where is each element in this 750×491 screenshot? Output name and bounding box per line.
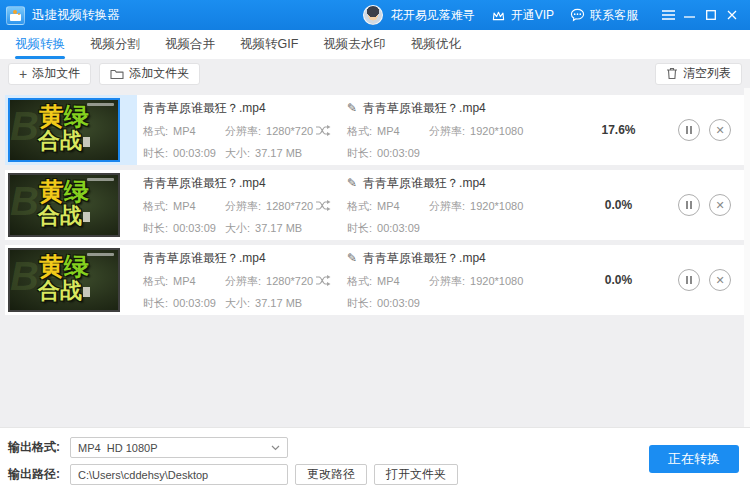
support-label: 联系客服: [590, 7, 638, 24]
app-window: 迅捷视频转换器 花开易见落难寻 开通VIP 联系客服: [0, 0, 750, 491]
output-info: ✎青青草原谁最狂？.mp4 格式:MP4 分辨率:1920*1080 时长:00…: [347, 250, 559, 311]
clear-list-button[interactable]: 清空列表: [655, 63, 742, 85]
output-path-label: 输出路径:: [8, 466, 70, 483]
thumb-corner-mark: [87, 253, 114, 256]
output-format-label: 输出格式:: [8, 439, 70, 456]
output-format-select[interactable]: MP4 HD 1080P: [70, 437, 288, 458]
source-size: 37.17 MB: [255, 222, 302, 234]
video-thumbnail[interactable]: BE 黄绿 合战: [8, 98, 120, 162]
thumb-title-bottom: 合战: [38, 280, 90, 302]
app-title: 迅捷视频转换器: [32, 7, 120, 24]
pause-button[interactable]: [678, 194, 700, 216]
row-controls: ✕: [678, 269, 731, 291]
output-resolution: 1920*1080: [470, 125, 523, 137]
window-controls: [658, 4, 742, 26]
tab-video-to-gif[interactable]: 视频转GIF: [240, 30, 298, 59]
open-folder-button[interactable]: 打开文件夹: [374, 464, 458, 485]
chevron-down-icon: [271, 445, 280, 451]
thumb-mini-badge: [83, 212, 90, 222]
scrollbar-track[interactable]: [744, 88, 750, 427]
crown-icon: [491, 9, 506, 22]
pause-button[interactable]: [678, 119, 700, 141]
change-path-button[interactable]: 更改路径: [295, 464, 367, 485]
source-duration: 00:03:09: [173, 297, 216, 309]
file-row-1[interactable]: BE 黄绿 合战 青青草原谁最狂？.mp4 格式:MP4 分辨率:1280*72…: [5, 95, 744, 165]
video-thumbnail[interactable]: BE 黄绿 合战: [8, 173, 120, 237]
titlebar-right: 花开易见落难寻 开通VIP 联系客服: [363, 4, 742, 26]
thumbnail-cell: BE 黄绿 合战: [5, 95, 137, 165]
add-folder-button[interactable]: 添加文件夹: [99, 63, 200, 85]
add-file-label: 添加文件: [32, 65, 80, 82]
source-duration: 00:03:09: [173, 147, 216, 159]
tab-video-optimize[interactable]: 视频优化: [411, 30, 461, 59]
maximize-icon[interactable]: [700, 4, 721, 26]
remove-button[interactable]: ✕: [709, 119, 731, 141]
remove-button[interactable]: ✕: [709, 269, 731, 291]
edit-pencil-icon[interactable]: ✎: [347, 251, 357, 265]
folder-icon: [110, 68, 124, 80]
source-filename: 青青草原谁最狂？.mp4: [143, 100, 311, 117]
output-path-input[interactable]: [70, 464, 288, 485]
convert-button[interactable]: 正在转换: [649, 445, 739, 473]
menu-icon[interactable]: [658, 4, 679, 26]
output-format-row: 输出格式: MP4 HD 1080P: [8, 437, 750, 458]
output-resolution: 1920*1080: [470, 200, 523, 212]
minimize-icon[interactable]: [679, 4, 700, 26]
footer-bar: 输出格式: MP4 HD 1080P 输出路径: 更改路径 打开文件夹 正在转换: [0, 427, 750, 491]
clear-list-label: 清空列表: [683, 65, 731, 82]
output-filename-line: ✎青青草原谁最狂？.mp4: [347, 100, 559, 117]
source-resolution: 1280*720: [266, 125, 313, 137]
thumbnail-cell: BE 黄绿 合战: [5, 245, 137, 315]
output-filename-line: ✎青青草原谁最狂？.mp4: [347, 175, 559, 192]
close-icon: ✕: [715, 125, 724, 136]
vip-label: 开通VIP: [511, 7, 554, 24]
output-resolution: 1920*1080: [470, 275, 523, 287]
user-avatar[interactable]: [363, 5, 383, 25]
file-list: BE 黄绿 合战 青青草原谁最狂？.mp4 格式:MP4 分辨率:1280*72…: [0, 88, 750, 427]
source-size: 37.17 MB: [255, 297, 302, 309]
source-filename: 青青草原谁最狂？.mp4: [143, 175, 311, 192]
convert-arrows-icon: [313, 124, 333, 137]
tab-bar: 视频转换 视频分割 视频合并 视频转GIF 视频去水印 视频优化: [0, 30, 750, 59]
source-size: 37.17 MB: [255, 147, 302, 159]
edit-pencil-icon[interactable]: ✎: [347, 176, 357, 190]
row-controls: ✕: [678, 194, 731, 216]
tab-video-split[interactable]: 视频分割: [90, 30, 140, 59]
output-format: MP4: [377, 275, 400, 287]
thumb-mini-badge: [83, 137, 90, 147]
source-format: MP4: [173, 125, 196, 137]
edit-pencil-icon[interactable]: ✎: [347, 101, 357, 115]
close-icon: ✕: [715, 200, 724, 211]
file-row-3[interactable]: BE 黄绿 合战 青青草原谁最狂？.mp4 格式:MP4 分辨率:1280*72…: [5, 245, 744, 315]
close-window-icon[interactable]: [721, 4, 742, 26]
output-format-value: MP4 HD 1080P: [78, 442, 157, 454]
output-format: MP4: [377, 125, 400, 137]
video-thumbnail[interactable]: BE 黄绿 合战: [8, 248, 120, 312]
tab-remove-watermark[interactable]: 视频去水印: [323, 30, 386, 59]
output-path-row: 输出路径: 更改路径 打开文件夹: [8, 464, 750, 485]
thumb-corner-mark: [87, 178, 114, 181]
source-filename: 青青草原谁最狂？.mp4: [143, 250, 311, 267]
progress-percent: 17.6%: [559, 123, 678, 137]
tab-video-merge[interactable]: 视频合并: [165, 30, 215, 59]
output-info: ✎青青草原谁最狂？.mp4 格式:MP4 分辨率:1920*1080 时长:00…: [347, 100, 559, 161]
titlebar: 迅捷视频转换器 花开易见落难寻 开通VIP 联系客服: [0, 0, 750, 30]
thumb-corner-mark: [87, 103, 114, 106]
tab-video-convert[interactable]: 视频转换: [15, 30, 65, 59]
output-duration: 00:03:09: [377, 147, 420, 159]
convert-arrows-icon: [313, 274, 333, 287]
file-row-2[interactable]: BE 黄绿 合战 青青草原谁最狂？.mp4 格式:MP4 分辨率:1280*72…: [5, 170, 744, 240]
chat-icon: [570, 8, 585, 22]
progress-percent: 0.0%: [559, 273, 678, 287]
titlebar-left: 迅捷视频转换器: [6, 6, 120, 25]
thumbnail-cell: BE 黄绿 合战: [5, 170, 137, 240]
vip-button[interactable]: 开通VIP: [491, 7, 554, 24]
source-resolution: 1280*720: [266, 275, 313, 287]
username[interactable]: 花开易见落难寻: [391, 7, 475, 24]
support-button[interactable]: 联系客服: [570, 7, 638, 24]
toolbar: + 添加文件 添加文件夹 清空列表: [0, 59, 750, 88]
remove-button[interactable]: ✕: [709, 194, 731, 216]
pause-button[interactable]: [678, 269, 700, 291]
add-file-button[interactable]: + 添加文件: [8, 63, 91, 85]
thumb-title-bottom: 合战: [38, 130, 90, 152]
